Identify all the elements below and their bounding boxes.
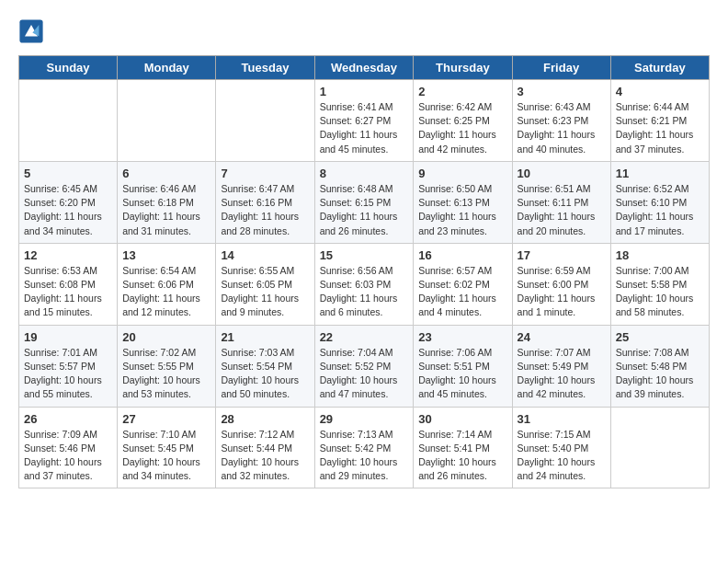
day-info: Sunrise: 6:52 AM Sunset: 6:10 PM Dayligh…	[616, 182, 704, 238]
calendar-cell: 28Sunrise: 7:12 AM Sunset: 5:44 PM Dayli…	[216, 407, 314, 488]
day-info: Sunrise: 7:08 AM Sunset: 5:48 PM Dayligh…	[616, 346, 704, 402]
day-info: Sunrise: 7:04 AM Sunset: 5:52 PM Dayligh…	[320, 346, 409, 402]
day-number: 4	[616, 85, 704, 98]
day-info: Sunrise: 6:46 AM Sunset: 6:18 PM Dayligh…	[122, 182, 210, 238]
day-info: Sunrise: 7:07 AM Sunset: 5:49 PM Dayligh…	[518, 346, 606, 402]
calendar-cell: 22Sunrise: 7:04 AM Sunset: 5:52 PM Dayli…	[314, 325, 414, 407]
day-number: 11	[616, 167, 704, 180]
day-number: 22	[320, 330, 409, 344]
calendar-cell: 4Sunrise: 6:44 AM Sunset: 6:21 PM Daylig…	[610, 80, 709, 162]
calendar-cell: 12Sunrise: 6:53 AM Sunset: 6:08 PM Dayli…	[19, 243, 118, 325]
day-info: Sunrise: 6:51 AM Sunset: 6:11 PM Dayligh…	[518, 182, 606, 238]
calendar-cell: 2Sunrise: 6:42 AM Sunset: 6:25 PM Daylig…	[414, 80, 512, 162]
day-number: 10	[518, 167, 606, 180]
day-info: Sunrise: 6:47 AM Sunset: 6:16 PM Dayligh…	[221, 182, 309, 238]
calendar-cell: 18Sunrise: 7:00 AM Sunset: 5:58 PM Dayli…	[610, 243, 709, 325]
day-number: 1	[320, 85, 409, 98]
calendar-cell: 23Sunrise: 7:06 AM Sunset: 5:51 PM Dayli…	[414, 325, 512, 407]
day-number: 30	[418, 412, 506, 426]
day-number: 26	[24, 412, 112, 426]
calendar-cell	[19, 80, 118, 162]
calendar-table: SundayMondayTuesdayWednesdayThursdayFrid…	[18, 55, 710, 488]
weekday-header: Tuesday	[216, 56, 314, 80]
day-number: 5	[24, 167, 112, 180]
logo	[18, 18, 48, 44]
calendar-cell: 3Sunrise: 6:43 AM Sunset: 6:23 PM Daylig…	[512, 80, 610, 162]
day-number: 15	[320, 248, 409, 262]
calendar-cell: 29Sunrise: 7:13 AM Sunset: 5:42 PM Dayli…	[314, 407, 414, 488]
day-info: Sunrise: 7:06 AM Sunset: 5:51 PM Dayligh…	[418, 346, 506, 402]
day-info: Sunrise: 7:10 AM Sunset: 5:45 PM Dayligh…	[122, 428, 210, 484]
calendar-week-row: 1Sunrise: 6:41 AM Sunset: 6:27 PM Daylig…	[19, 80, 710, 162]
calendar-cell: 30Sunrise: 7:14 AM Sunset: 5:41 PM Dayli…	[414, 407, 512, 488]
calendar-cell: 6Sunrise: 6:46 AM Sunset: 6:18 PM Daylig…	[118, 161, 216, 243]
calendar-cell: 26Sunrise: 7:09 AM Sunset: 5:46 PM Dayli…	[19, 407, 118, 488]
calendar-cell: 8Sunrise: 6:48 AM Sunset: 6:15 PM Daylig…	[314, 161, 414, 243]
day-number: 24	[518, 330, 606, 344]
calendar-week-row: 19Sunrise: 7:01 AM Sunset: 5:57 PM Dayli…	[19, 325, 710, 407]
day-info: Sunrise: 7:09 AM Sunset: 5:46 PM Dayligh…	[24, 428, 112, 484]
day-info: Sunrise: 6:45 AM Sunset: 6:20 PM Dayligh…	[24, 182, 112, 238]
logo-icon	[18, 18, 44, 44]
calendar-header-row: SundayMondayTuesdayWednesdayThursdayFrid…	[19, 56, 710, 80]
day-info: Sunrise: 7:13 AM Sunset: 5:42 PM Dayligh…	[320, 428, 409, 484]
day-number: 6	[122, 167, 210, 180]
calendar-cell: 16Sunrise: 6:57 AM Sunset: 6:02 PM Dayli…	[414, 243, 512, 325]
day-number: 14	[221, 248, 309, 262]
day-number: 29	[320, 412, 409, 426]
day-info: Sunrise: 6:44 AM Sunset: 6:21 PM Dayligh…	[616, 100, 704, 156]
day-info: Sunrise: 7:14 AM Sunset: 5:41 PM Dayligh…	[418, 428, 506, 484]
day-number: 18	[616, 248, 704, 262]
calendar-cell: 5Sunrise: 6:45 AM Sunset: 6:20 PM Daylig…	[19, 161, 118, 243]
day-number: 17	[518, 248, 606, 262]
calendar-cell	[610, 407, 709, 488]
day-info: Sunrise: 6:41 AM Sunset: 6:27 PM Dayligh…	[320, 100, 409, 156]
calendar-cell: 31Sunrise: 7:15 AM Sunset: 5:40 PM Dayli…	[512, 407, 610, 488]
calendar-cell	[216, 80, 314, 162]
calendar-cell: 15Sunrise: 6:56 AM Sunset: 6:03 PM Dayli…	[314, 243, 414, 325]
day-info: Sunrise: 7:01 AM Sunset: 5:57 PM Dayligh…	[24, 346, 112, 402]
calendar-cell: 7Sunrise: 6:47 AM Sunset: 6:16 PM Daylig…	[216, 161, 314, 243]
calendar-cell: 1Sunrise: 6:41 AM Sunset: 6:27 PM Daylig…	[314, 80, 414, 162]
day-number: 12	[24, 248, 112, 262]
weekday-header: Friday	[512, 56, 610, 80]
calendar-cell: 11Sunrise: 6:52 AM Sunset: 6:10 PM Dayli…	[610, 161, 709, 243]
calendar-cell: 13Sunrise: 6:54 AM Sunset: 6:06 PM Dayli…	[118, 243, 216, 325]
calendar-cell: 19Sunrise: 7:01 AM Sunset: 5:57 PM Dayli…	[19, 325, 118, 407]
calendar-cell: 10Sunrise: 6:51 AM Sunset: 6:11 PM Dayli…	[512, 161, 610, 243]
calendar-cell: 27Sunrise: 7:10 AM Sunset: 5:45 PM Dayli…	[118, 407, 216, 488]
calendar-cell: 17Sunrise: 6:59 AM Sunset: 6:00 PM Dayli…	[512, 243, 610, 325]
day-number: 21	[221, 330, 309, 344]
weekday-header: Monday	[118, 56, 216, 80]
day-number: 27	[122, 412, 210, 426]
day-number: 3	[518, 85, 606, 98]
day-number: 9	[418, 167, 506, 180]
calendar-week-row: 26Sunrise: 7:09 AM Sunset: 5:46 PM Dayli…	[19, 407, 710, 488]
calendar-cell	[118, 80, 216, 162]
day-info: Sunrise: 6:50 AM Sunset: 6:13 PM Dayligh…	[418, 182, 506, 238]
calendar-cell: 21Sunrise: 7:03 AM Sunset: 5:54 PM Dayli…	[216, 325, 314, 407]
day-number: 20	[122, 330, 210, 344]
weekday-header: Sunday	[19, 56, 118, 80]
day-info: Sunrise: 7:03 AM Sunset: 5:54 PM Dayligh…	[221, 346, 309, 402]
day-number: 31	[518, 412, 606, 426]
day-info: Sunrise: 6:55 AM Sunset: 6:05 PM Dayligh…	[221, 264, 309, 320]
day-info: Sunrise: 7:12 AM Sunset: 5:44 PM Dayligh…	[221, 428, 309, 484]
day-info: Sunrise: 6:43 AM Sunset: 6:23 PM Dayligh…	[518, 100, 606, 156]
calendar-week-row: 5Sunrise: 6:45 AM Sunset: 6:20 PM Daylig…	[19, 161, 710, 243]
day-info: Sunrise: 6:53 AM Sunset: 6:08 PM Dayligh…	[24, 264, 112, 320]
day-number: 25	[616, 330, 704, 344]
calendar-cell: 14Sunrise: 6:55 AM Sunset: 6:05 PM Dayli…	[216, 243, 314, 325]
day-info: Sunrise: 6:48 AM Sunset: 6:15 PM Dayligh…	[320, 182, 409, 238]
day-info: Sunrise: 7:15 AM Sunset: 5:40 PM Dayligh…	[518, 428, 606, 484]
day-info: Sunrise: 7:00 AM Sunset: 5:58 PM Dayligh…	[616, 264, 704, 320]
calendar-week-row: 12Sunrise: 6:53 AM Sunset: 6:08 PM Dayli…	[19, 243, 710, 325]
calendar-cell: 9Sunrise: 6:50 AM Sunset: 6:13 PM Daylig…	[414, 161, 512, 243]
day-info: Sunrise: 6:56 AM Sunset: 6:03 PM Dayligh…	[320, 264, 409, 320]
page-header	[18, 18, 710, 44]
day-info: Sunrise: 6:54 AM Sunset: 6:06 PM Dayligh…	[122, 264, 210, 320]
day-number: 8	[320, 167, 409, 180]
weekday-header: Thursday	[414, 56, 512, 80]
day-info: Sunrise: 6:42 AM Sunset: 6:25 PM Dayligh…	[418, 100, 506, 156]
day-number: 28	[221, 412, 309, 426]
